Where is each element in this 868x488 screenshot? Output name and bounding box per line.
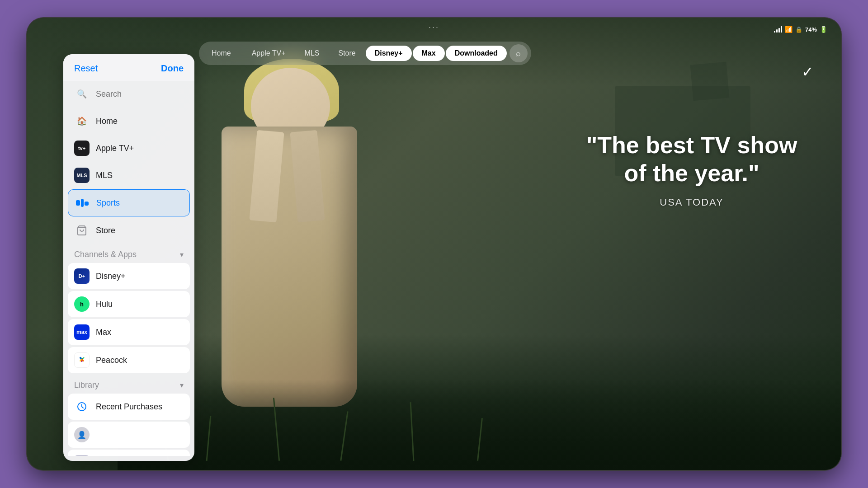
sidebar-item-peacock-label: Peacock — [96, 356, 127, 365]
disney-icon: D+ — [74, 268, 90, 284]
sidebar-item-home-label: Home — [96, 117, 118, 126]
sidebar-item-disney-label: Disney+ — [96, 272, 126, 281]
sidebar: Reset Done 🔍 Search 🏠 Home tv+ Apple TV+… — [63, 54, 194, 461]
sidebar-item-search[interactable]: 🔍 Search — [68, 81, 190, 107]
nav-search-button[interactable]: ⌕ — [509, 44, 528, 62]
library-chevron-icon: ▾ — [180, 381, 184, 389]
sports-icon — [75, 195, 90, 211]
wifi-icon: 📶 — [785, 26, 793, 33]
sidebar-item-max[interactable]: max Max — [68, 319, 190, 345]
sidebar-item-sports[interactable]: Sports — [68, 189, 190, 216]
sidebar-item-store[interactable]: Store — [68, 217, 190, 244]
sidebar-item-home[interactable]: 🏠 Home — [68, 108, 190, 134]
sidebar-item-disney[interactable]: D+ Disney+ — [68, 263, 190, 289]
library-item3-icon: 🌐 — [74, 455, 90, 456]
channels-section-label: Channels & Apps — [74, 250, 137, 259]
appletv-icon: tv+ — [74, 141, 90, 156]
library-section-label: Library — [74, 380, 99, 390]
svg-rect-2 — [85, 202, 89, 206]
sidebar-item-recent-purchases[interactable]: Recent Purchases — [68, 394, 190, 420]
sidebar-item-library-3[interactable]: 🌐 — [68, 450, 190, 456]
hero-quote-source: USA TODAY — [579, 197, 805, 208]
max-icon: max — [74, 324, 90, 340]
nav-item-store[interactable]: Store — [329, 46, 364, 61]
svg-rect-0 — [76, 200, 80, 206]
sidebar-item-sports-label: Sports — [96, 198, 120, 208]
search-icon: 🔍 — [74, 86, 90, 102]
reset-button[interactable]: Reset — [74, 63, 98, 74]
signal-icon — [774, 26, 782, 33]
channels-chevron-icon: ▾ — [180, 250, 184, 259]
sidebar-item-mls-label: MLS — [96, 171, 113, 180]
recent-purchases-icon — [74, 399, 90, 414]
store-icon — [74, 223, 90, 238]
status-bar: 📶 🔒 74% 🔋 — [27, 18, 841, 41]
battery-icon: 🔋 — [820, 26, 827, 33]
nav-item-home[interactable]: Home — [203, 46, 240, 61]
sidebar-item-recent-purchases-label: Recent Purchases — [96, 402, 162, 412]
search-icon: ⌕ — [516, 49, 521, 58]
lock-icon: 🔒 — [795, 26, 802, 33]
confirm-button[interactable]: ✓ — [802, 63, 814, 80]
nav-item-mls[interactable]: MLS — [296, 46, 329, 61]
mls-icon: MLS — [74, 168, 90, 183]
sidebar-item-appletv[interactable]: tv+ Apple TV+ — [68, 135, 190, 161]
sidebar-item-appletv-label: Apple TV+ — [96, 144, 134, 153]
hero-quote-container: "The best TV show of the year." USA TODA… — [579, 131, 805, 208]
navigation-bar: Home Apple TV+ MLS Store Disney+ Max Dow… — [199, 41, 814, 66]
sidebar-item-hulu[interactable]: h Hulu — [68, 291, 190, 317]
done-button[interactable]: Done — [161, 63, 184, 74]
library-section-header[interactable]: Library ▾ — [68, 375, 190, 394]
sidebar-item-hulu-label: Hulu — [96, 300, 113, 309]
sidebar-item-library-2[interactable]: 👤 — [68, 422, 190, 448]
sidebar-header: Reset Done — [63, 54, 194, 81]
nav-item-max[interactable]: Max — [413, 46, 445, 61]
sidebar-item-peacock[interactable]: Peacock — [68, 347, 190, 373]
nav-item-appletv-label: Apple TV+ — [252, 49, 286, 57]
nav-item-disney[interactable]: Disney+ — [366, 46, 412, 61]
nav-item-downloaded[interactable]: Downloaded — [446, 46, 507, 61]
sidebar-item-mls[interactable]: MLS MLS — [68, 162, 190, 188]
hero-quote-text: "The best TV show of the year." — [579, 131, 805, 188]
sidebar-item-max-label: Max — [96, 328, 111, 337]
channels-section-header[interactable]: Channels & Apps ▾ — [68, 244, 190, 263]
sidebar-item-store-label: Store — [96, 226, 115, 235]
peacock-icon — [74, 352, 90, 368]
sidebar-item-search-label: Search — [96, 89, 122, 99]
svg-rect-1 — [81, 199, 84, 207]
library-item2-icon: 👤 — [74, 427, 90, 442]
nav-pill-container: Home Apple TV+ MLS Store Disney+ Max Dow… — [199, 42, 531, 65]
nav-item-appletv[interactable]: Apple TV+ — [241, 46, 295, 61]
home-icon: 🏠 — [74, 113, 90, 129]
ipad-frame: ··· 📶 🔒 74% 🔋 Home Apple TV+ — [27, 18, 841, 470]
hulu-icon: h — [74, 296, 90, 312]
battery-percent: 74% — [805, 26, 817, 33]
sidebar-content: 🔍 Search 🏠 Home tv+ Apple TV+ MLS MLS — [63, 81, 194, 456]
